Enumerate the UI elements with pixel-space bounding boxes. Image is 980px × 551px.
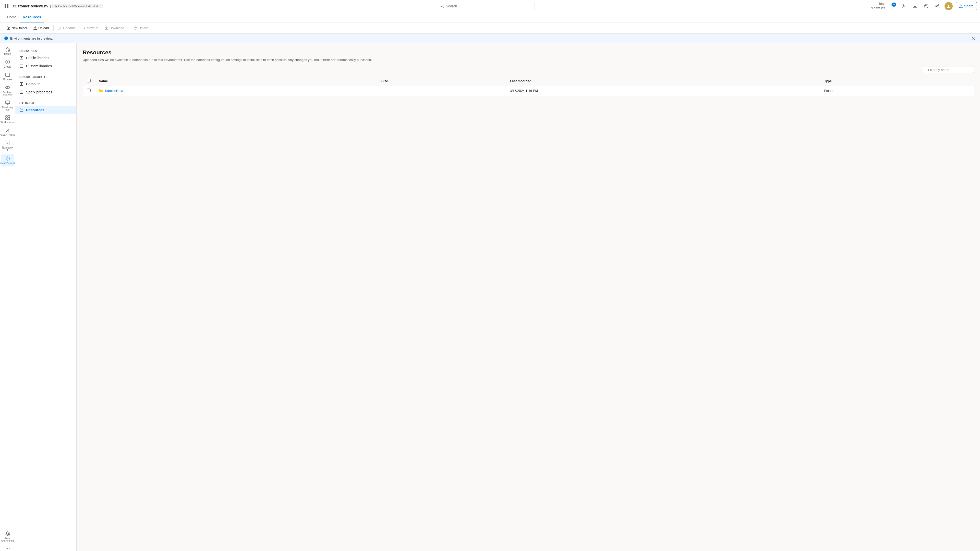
row-checkbox[interactable] — [87, 89, 91, 92]
filter-search-icon — [926, 68, 927, 71]
subnav-resources[interactable]: Resources — [20, 12, 44, 22]
sidebar-item-create[interactable]: Create — [1, 58, 14, 70]
sidebar-item-env[interactable]: CustomerReviewEnv — [1, 154, 14, 166]
upload-button[interactable]: Upload — [31, 25, 51, 31]
sidebar-item-data-engineering[interactable]: Data Engineering — [1, 530, 14, 544]
table-row: SampleData - 3/15/2024 1:46 PM Folder — [83, 86, 974, 95]
svg-point-10 — [935, 6, 937, 6]
table-header-size: Size — [377, 76, 506, 86]
monitor-icon — [5, 100, 10, 105]
workspaces-icon — [5, 115, 10, 120]
topbar-left: CustomerReviewEnv | Confidential\Microso… — [3, 3, 103, 10]
preview-close-button[interactable] — [971, 36, 976, 41]
breadcrumb: CustomerReviewEnv | Confidential\Microso… — [13, 4, 103, 8]
resources-table: Name ↑ Size Last modified Type — [83, 76, 974, 96]
upload-icon — [33, 26, 37, 30]
sidebar-item-workspaces[interactable]: Workspaces — [1, 114, 14, 125]
spark-section-title: Spark compute — [15, 73, 76, 80]
svg-rect-31 — [6, 116, 7, 118]
home-icon — [5, 47, 10, 52]
move-to-icon — [82, 26, 85, 30]
row-size-cell: - — [377, 86, 506, 95]
download-toolbar-button[interactable]: Download — [102, 25, 127, 31]
search-icon — [441, 4, 444, 8]
filter-bar — [83, 67, 974, 73]
sidebar-item-notebook[interactable]: Notebook 1 — [1, 139, 14, 153]
sidebar-item-onelake[interactable]: OneLake data hub — [1, 83, 14, 97]
row-name-cell: SampleData — [95, 86, 377, 95]
folder-icon — [99, 89, 103, 93]
svg-rect-18 — [6, 38, 6, 39]
nav-panel: Libraries Public libraries Custom librar… — [15, 43, 76, 551]
help-button[interactable] — [922, 2, 930, 10]
nav-resources[interactable]: Resources — [15, 106, 76, 114]
share-button[interactable]: Share — [956, 2, 977, 10]
nav-custom-libraries[interactable]: Custom libraries — [15, 62, 76, 70]
topbar-right: Trial: 59 days left 55 Share — [869, 2, 977, 11]
svg-point-35 — [7, 129, 8, 131]
search-input[interactable] — [446, 4, 532, 8]
public-lib-icon — [19, 56, 24, 60]
workspace-user-icon — [5, 128, 10, 133]
env-icon — [5, 156, 10, 161]
table-header-name[interactable]: Name ↑ — [95, 76, 377, 86]
icon-sidebar: Home Create Browse OneLake data hub Moni… — [0, 43, 15, 551]
svg-rect-25 — [6, 73, 10, 76]
nav-public-libraries[interactable]: Public libraries — [15, 54, 76, 62]
new-folder-button[interactable]: New folder — [4, 25, 30, 31]
content-area: Resources Uploaded files will be availab… — [76, 43, 980, 551]
sidebar-item-more[interactable]: ... — [1, 545, 14, 551]
sort-icon: ↑ — [109, 80, 111, 83]
sidebar-item-browse[interactable]: Browse — [1, 71, 14, 83]
share-network-button[interactable] — [933, 2, 942, 10]
preview-banner-left: Environments are in preview. — [4, 36, 53, 40]
nav-spark-properties[interactable]: Spark properties — [15, 88, 76, 96]
svg-point-43 — [9, 548, 10, 549]
svg-point-6 — [903, 5, 904, 6]
rename-button[interactable]: Rename — [56, 25, 78, 31]
svg-point-52 — [926, 69, 926, 70]
filter-input-container[interactable] — [923, 67, 974, 73]
settings-button[interactable] — [900, 2, 908, 10]
svg-rect-3 — [7, 6, 8, 8]
svg-rect-2 — [5, 6, 6, 8]
subnav: Home Resources — [0, 12, 980, 22]
svg-point-14 — [948, 5, 949, 6]
storage-section-title: Storage — [15, 99, 76, 106]
filter-by-name-input[interactable] — [928, 68, 971, 72]
select-all-checkbox[interactable] — [87, 79, 91, 83]
content-header: Resources Uploaded files will be availab… — [83, 49, 974, 62]
svg-point-9 — [938, 4, 939, 5]
notifications-button[interactable]: 55 — [888, 2, 897, 10]
svg-line-53 — [926, 70, 927, 70]
content-description: Uploaded files will be available in note… — [83, 57, 974, 62]
folder-link[interactable]: SampleData — [99, 89, 373, 93]
delete-icon — [134, 26, 137, 30]
custom-lib-icon — [19, 64, 24, 68]
table-header-type: Type — [820, 76, 974, 86]
svg-point-19 — [6, 37, 6, 38]
row-type-cell: Folder — [820, 86, 974, 95]
share-icon — [959, 4, 963, 8]
libraries-section-title: Libraries — [15, 47, 76, 54]
delete-button[interactable]: Delete — [131, 25, 151, 31]
move-to-button[interactable]: Move to — [79, 25, 101, 31]
main-layout: Home Create Browse OneLake data hub Moni… — [0, 43, 980, 551]
sidebar-item-workspace-user[interactable]: Shuaijun_FabCon — [1, 126, 14, 138]
user-avatar[interactable] — [945, 2, 953, 10]
apps-grid-icon[interactable] — [3, 3, 10, 10]
more-dots-icon — [5, 546, 10, 551]
sidebar-item-monitoring[interactable]: Monitoring hub — [1, 98, 14, 113]
preview-banner: Environments are in preview. — [0, 34, 980, 43]
toolbar-separator-1 — [53, 25, 54, 31]
nav-compute[interactable]: Compute — [15, 80, 76, 88]
breadcrumb-separator: | — [50, 4, 51, 8]
trial-info: Trial: 59 days left — [869, 2, 885, 11]
subnav-home[interactable]: Home — [4, 12, 20, 22]
search-bar[interactable] — [438, 2, 535, 10]
env-name[interactable]: CustomerReviewEnv — [13, 4, 48, 8]
download-button[interactable] — [911, 2, 919, 10]
sidebar-item-home[interactable]: Home — [1, 45, 14, 57]
svg-rect-1 — [7, 4, 8, 6]
svg-rect-32 — [8, 116, 10, 118]
